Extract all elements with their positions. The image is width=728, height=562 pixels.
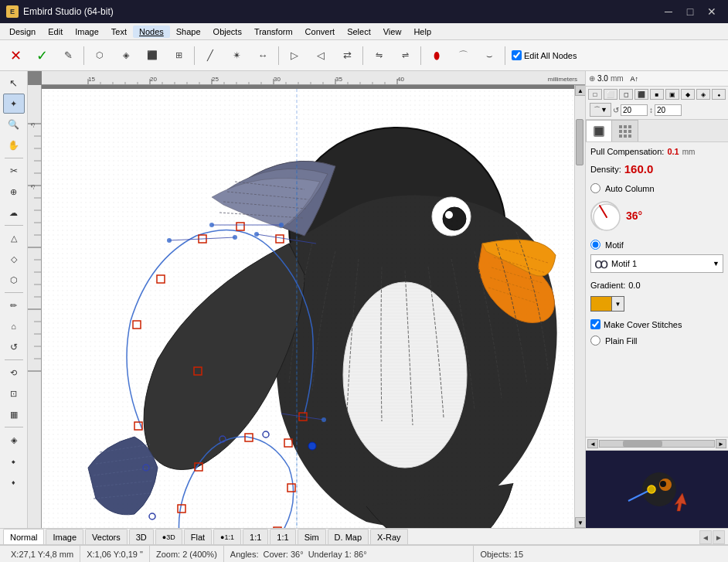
toolbar-node2[interactable]: ◈: [114, 44, 138, 67]
shape-btn8[interactable]: ◈: [696, 89, 710, 100]
tool-extra3[interactable]: ⬧: [3, 472, 25, 492]
scroll-up-btn[interactable]: ▲: [575, 85, 585, 96]
scroll-down-btn[interactable]: ▼: [575, 517, 585, 528]
shape-btn2[interactable]: ⬜: [604, 89, 617, 100]
tool-fill[interactable]: ▦: [3, 404, 25, 424]
tool-extra1[interactable]: ◈: [3, 430, 25, 450]
panel-tab-pattern[interactable]: [612, 120, 638, 141]
tab-1to1-a[interactable]: ●1:1: [213, 529, 241, 544]
tool-extra2[interactable]: ⬥: [3, 451, 25, 471]
tab-3d-1[interactable]: 3D: [129, 529, 154, 544]
tab-normal[interactable]: Normal: [3, 529, 44, 544]
tab-3d-2[interactable]: ●3D: [155, 529, 182, 544]
right-scroll-left[interactable]: ◄: [587, 439, 598, 448]
edit-all-nodes-checkbox[interactable]: [512, 50, 522, 60]
status-coords: X:27,1 Y:4,8 mm: [5, 546, 80, 562]
tab-scroll-right[interactable]: ►: [713, 530, 725, 544]
toolbar-sym3[interactable]: ⇌: [393, 44, 417, 67]
toolbar-node4[interactable]: ⊞: [166, 44, 191, 67]
tab-scroll-left[interactable]: ◄: [699, 530, 712, 544]
cover-stitches-checkbox[interactable]: [590, 319, 600, 329]
menu-view[interactable]: View: [377, 26, 408, 38]
tab-1to1-b[interactable]: 1:1: [243, 529, 268, 544]
tool-transform[interactable]: ⟲: [3, 363, 25, 383]
auto-column-radio[interactable]: [590, 183, 600, 193]
shape-btn7[interactable]: ◆: [681, 89, 695, 100]
toolbar-arrow1[interactable]: ▷: [282, 44, 307, 67]
tool-rotate[interactable]: ↺: [3, 337, 25, 357]
menu-text[interactable]: Text: [105, 26, 133, 38]
tab-xray[interactable]: X-Ray: [370, 529, 408, 544]
tab-1to1-c[interactable]: 1:1: [270, 529, 295, 544]
tab-dmap[interactable]: D. Map: [328, 529, 369, 544]
minimize-button[interactable]: ─: [658, 4, 679, 19]
maximize-button[interactable]: □: [680, 4, 700, 19]
tab-image[interactable]: Image: [46, 529, 83, 544]
v-scrollbar[interactable]: ▲ ▼: [574, 85, 585, 528]
color-swatch[interactable]: [590, 296, 612, 312]
toolbar-line3[interactable]: ↔: [250, 44, 275, 67]
toolbar-line2[interactable]: ✴: [224, 44, 249, 67]
toolbar-edit-btn[interactable]: ✎: [56, 44, 80, 67]
rotate-input[interactable]: [621, 104, 648, 116]
shape-btn1[interactable]: □: [588, 89, 602, 100]
toolbar-sym4[interactable]: ⌣: [477, 44, 502, 67]
tool-pen[interactable]: ✏: [3, 295, 25, 315]
tab-flat[interactable]: Flat: [184, 529, 212, 544]
shape-btn6[interactable]: ▣: [665, 89, 679, 100]
tool-triangle[interactable]: △: [3, 228, 25, 248]
curve-btn[interactable]: ⌒▼: [590, 103, 611, 117]
close-button[interactable]: ✕: [702, 4, 722, 19]
plain-fill-radio[interactable]: [590, 335, 600, 346]
menu-design[interactable]: Design: [3, 26, 42, 38]
toolbar-oval[interactable]: ⬮: [424, 44, 449, 67]
toolbar-check-btn[interactable]: ✓: [29, 44, 54, 67]
menu-image[interactable]: Image: [69, 26, 105, 38]
toolbar-line1[interactable]: ╱: [198, 44, 223, 67]
shape-btn3[interactable]: ◻: [619, 89, 633, 100]
canvas-area[interactable]: 15 20 25 30 35 40 millimeters: [28, 71, 585, 528]
v-scroll-thumb[interactable]: [576, 119, 583, 165]
toolbar-arc[interactable]: ⌒: [451, 44, 475, 67]
menu-objects[interactable]: Objects: [207, 26, 248, 38]
motif-radio[interactable]: [590, 240, 600, 250]
tool-select[interactable]: ↖: [3, 73, 25, 93]
tab-vectors[interactable]: Vectors: [85, 529, 128, 544]
tool-zoom[interactable]: 🔍: [3, 114, 25, 135]
tool-pan[interactable]: ✋: [3, 135, 25, 155]
toolbar-sym1[interactable]: ⇄: [335, 44, 359, 67]
tool-scissors[interactable]: ✂: [3, 161, 25, 181]
panel-tab-fill[interactable]: [586, 120, 612, 141]
toolbar-node3[interactable]: ⬛: [140, 44, 165, 67]
edit-all-nodes-check[interactable]: Edit All Nodes: [509, 50, 580, 60]
tool-align[interactable]: ⊡: [3, 383, 25, 404]
tool-diamond[interactable]: ◇: [3, 249, 25, 269]
shape-btn9[interactable]: ⬥: [712, 89, 726, 100]
right-scroll-track[interactable]: [599, 440, 715, 448]
menu-shape[interactable]: Shape: [170, 26, 207, 38]
tool-home[interactable]: ⌂: [3, 316, 25, 336]
menu-nodes[interactable]: Nodes: [133, 26, 170, 38]
shape-btn5[interactable]: ■: [650, 89, 664, 100]
toolbar-sym2[interactable]: ⇋: [366, 44, 391, 67]
menu-edit[interactable]: Edit: [42, 26, 69, 38]
tool-hex[interactable]: ⬡: [3, 270, 25, 290]
tab-sim[interactable]: Sim: [298, 529, 326, 544]
right-scroll-right[interactable]: ►: [716, 439, 726, 448]
menu-transform[interactable]: Transform: [248, 26, 299, 38]
menu-convert[interactable]: Convert: [299, 26, 342, 38]
toolbar-x-btn[interactable]: ✕: [3, 44, 28, 67]
color-dropdown-btn[interactable]: ▼: [612, 296, 624, 312]
toolbar-arrow2[interactable]: ◁: [308, 44, 333, 67]
menu-help[interactable]: Help: [407, 26, 437, 38]
menu-select[interactable]: Select: [341, 26, 377, 38]
scale-input[interactable]: [655, 104, 682, 116]
tool-circle[interactable]: ⊕: [3, 182, 25, 202]
tool-cloud[interactable]: ☁: [3, 203, 25, 223]
angle-dial[interactable]: [590, 201, 620, 230]
tool-node-edit[interactable]: ✦: [3, 94, 25, 114]
toolbar-node1[interactable]: ⬡: [87, 44, 112, 67]
motif-selector[interactable]: ꝏ Motif 1 ▼: [590, 254, 723, 273]
embroidery-canvas[interactable]: ▲ ▼: [42, 85, 585, 528]
shape-btn4[interactable]: ⬛: [634, 89, 648, 100]
